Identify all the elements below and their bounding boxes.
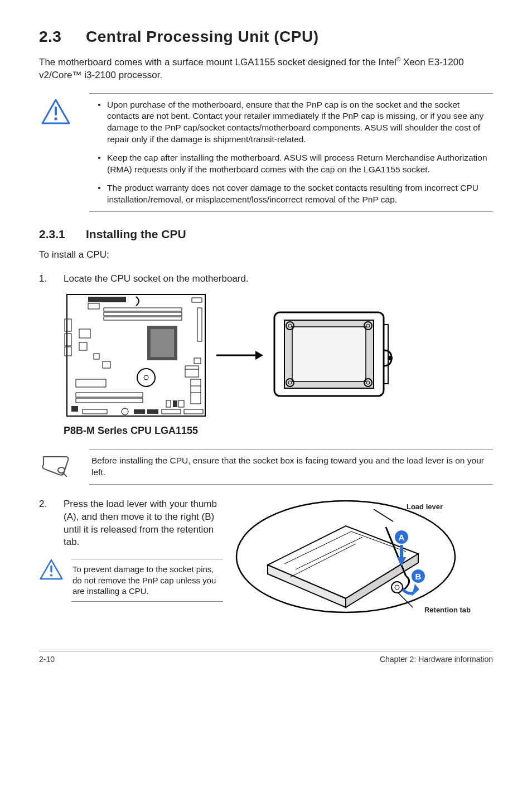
motherboard-socket-diagram [64,291,420,419]
svg-rect-35 [191,379,201,404]
footer-chapter: Chapter 2: Hardware information [380,655,493,664]
note-text: Before installing the CPU, ensure that t… [91,455,491,479]
step-2-text: Press the load lever with your thumb (A)… [64,498,223,549]
marker-a: A [399,533,405,542]
svg-rect-12 [104,317,182,320]
step-2-number: 2. [39,498,64,549]
inner-caution-text: To prevent damage to the socket pins, do… [71,559,223,602]
caution-bullet-1-text: Upon purchase of the motherboard, ensure… [107,99,491,146]
motherboard-illustration [64,291,209,419]
retention-tab-label: Retention tab [424,606,471,614]
svg-rect-25 [76,379,106,387]
footer-page-number: 2-10 [39,655,55,664]
section-number: 2.3 [39,28,86,46]
svg-rect-17 [79,342,87,350]
svg-rect-26 [76,393,143,397]
svg-rect-8 [65,334,71,346]
lever-diagram: Load lever Retention tab [234,498,493,617]
section-title-text: Central Processing Unit (CPU) [86,28,318,45]
svg-rect-22 [194,358,201,364]
svg-rect-27 [76,398,143,403]
svg-rect-1 [55,107,57,115]
svg-marker-42 [255,351,263,360]
svg-rect-32 [147,409,158,414]
svg-rect-5 [88,303,99,309]
svg-point-30 [122,408,128,415]
svg-marker-74 [412,584,419,596]
svg-rect-11 [104,312,182,316]
svg-rect-18 [94,354,99,359]
svg-point-75 [391,582,403,593]
svg-point-55 [388,356,393,360]
diagram-caption: P8B-M Series CPU LGA1155 [64,425,493,437]
section-heading: 2.3Central Processing Unit (CPU) [39,28,493,46]
svg-rect-39 [173,400,177,407]
svg-rect-6 [192,298,202,302]
caution-bullet-3: •The product warranty does not cover dam… [91,182,491,206]
subsection-title-text: Installing the CPU [86,228,186,240]
note-icon [41,455,70,477]
caution-bullet-1: •Upon purchase of the motherboard, ensur… [91,99,491,146]
caution-block: •Upon purchase of the motherboard, ensur… [39,93,493,212]
svg-rect-38 [166,400,171,407]
svg-rect-31 [134,409,145,414]
svg-point-21 [144,375,148,380]
svg-rect-15 [151,329,174,357]
page-footer: 2-10 Chapter 2: Hardware information [39,651,493,664]
svg-rect-7 [65,319,71,331]
svg-rect-3 [67,294,205,416]
svg-point-20 [137,369,155,386]
arrow-right-icon [214,347,264,364]
svg-rect-28 [71,406,78,412]
svg-rect-29 [83,409,107,414]
svg-point-56 [58,467,65,473]
svg-point-2 [54,117,57,120]
load-lever-label: Load lever [407,503,443,511]
section-intro: The motherboard comes with a surface mou… [39,56,493,82]
subsection-number: 2.3.1 [39,228,86,241]
svg-rect-45 [292,327,366,381]
svg-rect-19 [103,361,110,368]
svg-line-62 [374,509,393,521]
intro-pre: The motherboard comes with a surface mou… [39,57,396,67]
step-1-text: Locate the CPU socket on the motherboard… [64,273,249,286]
step-2: 2. Press the load lever with your thumb … [39,498,223,549]
svg-rect-23 [185,366,199,377]
cpu-socket-illustration [270,308,398,403]
marker-b: B [415,572,422,581]
svg-rect-16 [79,329,90,338]
note-block: Before installing the CPU, ensure that t… [39,449,493,485]
caution-bullet-list: •Upon purchase of the motherboard, ensur… [91,99,491,206]
subsection-heading: 2.3.1Installing the CPU [39,228,493,241]
svg-rect-59 [50,566,52,573]
svg-rect-40 [178,400,184,407]
caution-bullet-2-text: Keep the cap after installing the mother… [107,152,491,176]
svg-rect-4 [88,297,126,302]
caution-icon [40,559,63,580]
step-1: 1. Locate the CPU socket on the motherbo… [39,273,493,286]
svg-rect-13 [197,308,202,341]
svg-point-60 [50,574,52,577]
install-intro: To install a CPU: [39,249,493,262]
caution-icon [41,99,70,124]
step-1-number: 1. [39,273,64,286]
caution-bullet-3-text: The product warranty does not cover dama… [107,182,491,206]
svg-rect-33 [162,409,181,414]
caution-bullet-2: •Keep the cap after installing the mothe… [91,152,491,176]
svg-rect-34 [184,409,203,414]
svg-rect-9 [65,347,71,356]
lever-illustration: A B [234,498,457,615]
svg-rect-10 [104,308,182,311]
